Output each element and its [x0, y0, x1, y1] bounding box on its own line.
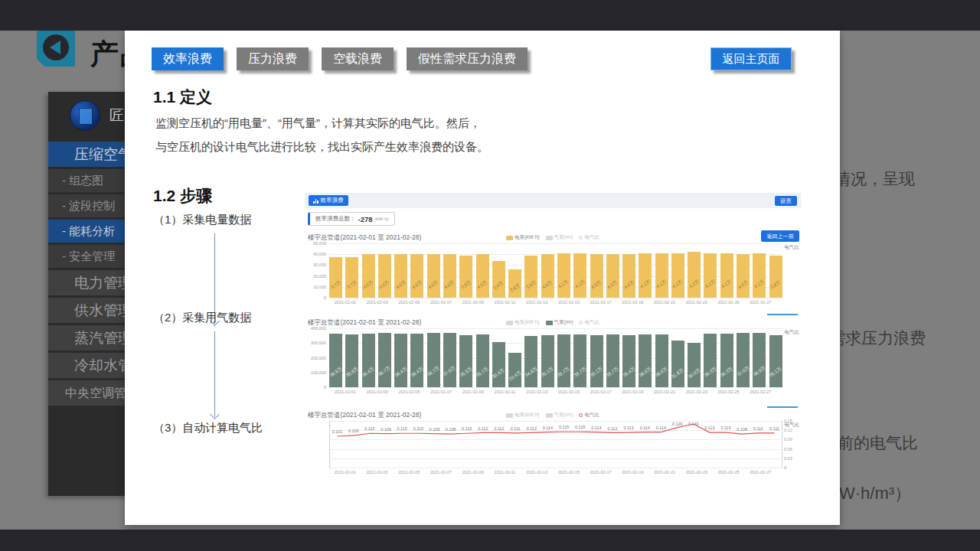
x-tick-label: 2021-02-15 [553, 390, 585, 394]
bar-value-label: 35.9万 [345, 366, 360, 380]
tab-item[interactable]: 假性需求压力浪费 [407, 47, 528, 70]
x-tick-label: 2021-02-05 [393, 300, 425, 305]
y-tick-label-right: 0.15 [784, 419, 799, 423]
point-value-label: 0.108 [446, 427, 456, 432]
sidebar-item[interactable]: - 波段控制 [48, 194, 136, 217]
bar-value-label: 4.1万 [655, 279, 668, 291]
point-value-label: 0.129 [672, 422, 683, 426]
sidebar-item[interactable]: 电力管理 [48, 270, 136, 295]
sidebar-logo-row: 匠 [48, 92, 136, 139]
software-screenshot: 效率浪费 设置 效率浪费总数： -278 (kW·h) 楼宇总管道(2021-0… [305, 193, 801, 493]
point-value-label: 0.111 [769, 426, 779, 431]
gridline [329, 468, 782, 468]
y-tick-label: 300,000 [305, 341, 326, 345]
bar-value-label: 23.4万 [508, 370, 523, 383]
point-value-label: 0.115 [559, 425, 569, 429]
x-tick-row: 2021-02-012021-02-032021-02-052021-02-07… [329, 470, 776, 474]
bar-value-label: 4.0万 [427, 279, 440, 291]
bar: 36.3万 [720, 334, 733, 387]
bar-value-label: 3.4万 [492, 280, 505, 292]
bar: 4.0万 [394, 254, 407, 298]
sidebar-item[interactable]: - 组态图 [48, 169, 136, 192]
x-tick-label: 2021-02-03 [361, 300, 394, 305]
bar: 3.7万 [345, 257, 358, 298]
legend-swatch [546, 236, 553, 240]
gridline [329, 387, 782, 388]
bar-value-label: 36.7万 [377, 365, 393, 379]
right-axis-label: 电气比 [785, 329, 800, 336]
sidebar-item[interactable]: - 能耗分析 [48, 220, 136, 243]
sidebar-item[interactable]: 中央空调管理 [48, 380, 136, 406]
legend-label: 电量(kW·h) [514, 412, 540, 419]
x-tick-label: 2021-02-21 [648, 470, 681, 474]
y-tick-label-right: 0.12 [784, 428, 799, 432]
point-value-label: 0.110 [413, 426, 423, 431]
return-home-button[interactable]: 返回主页面 [710, 47, 792, 70]
back-arrow-circle [43, 34, 69, 60]
bar: 37.0万 [737, 333, 750, 387]
point-value-label: 0.115 [575, 425, 585, 429]
bar-value-label: 34.8万 [524, 366, 539, 380]
sidebar-item[interactable]: 压缩空气站 [48, 142, 136, 167]
bar: 4.2万 [688, 252, 701, 298]
x-tick-row: 2021-02-012021-02-032021-02-052021-02-07… [329, 390, 776, 394]
chart-plot: 50,00040,00030,00020,00010,00003.7万3.7万4… [329, 243, 782, 298]
legend-label: 电量(kW·h) [514, 234, 540, 241]
legend-item: 电气比 [579, 234, 599, 241]
x-tick-label: 2021-02-17 [585, 300, 617, 305]
chart-electricity: 楼宇总管道(2021-02-01 至 2021-02-28)电量(kW·h)气量… [305, 233, 801, 305]
x-tick-label: 2021-02-15 [553, 470, 585, 474]
sidebar-item[interactable]: 冷却水管理 [48, 353, 136, 378]
steps-heading: 1.2 步骤 [153, 185, 212, 207]
definition-line-1: 监测空压机的“用电量”、“用气量”，计算其实际的电气比。然后， [155, 116, 481, 129]
point-value-label: 0.114 [656, 425, 666, 430]
tab-item[interactable]: 压力浪费 [237, 47, 309, 70]
bar-value-label: 4.0万 [362, 279, 375, 291]
collapsed-button-dash [767, 314, 798, 315]
x-tick-label: 2021-02-23 [681, 470, 713, 474]
bar-chart-icon [313, 198, 318, 204]
chart-title-row: 楼宇总管道(2021-02-01 至 2021-02-28)电量(kW·h)气量… [305, 411, 801, 421]
sidebar-item[interactable]: - 安全管理 [48, 245, 136, 268]
bar: 4.1万 [573, 253, 586, 298]
bar: 4.0万 [476, 254, 489, 298]
bar: 37.0万 [443, 333, 456, 387]
letterbox-top [0, 0, 980, 31]
bar: 4.0万 [622, 254, 635, 298]
tab-active[interactable]: 效率浪费 [152, 47, 224, 70]
x-tick-label: 2021-02-11 [489, 390, 521, 394]
legend-swatch [579, 236, 583, 240]
letterbox-bottom [0, 530, 980, 551]
point-value-label: 0.109 [381, 427, 391, 432]
back-arrow-icon[interactable] [37, 28, 75, 67]
x-tick-label: 2021-02-27 [744, 300, 776, 305]
bar: 4.0万 [378, 254, 391, 298]
bar-value-label: 36.4万 [361, 365, 376, 379]
bar: 35.1万 [590, 335, 603, 387]
gridline [329, 298, 782, 298]
bar: 36.3万 [704, 334, 717, 387]
x-tick-row: 2021-02-012021-02-032021-02-052021-02-07… [329, 300, 776, 305]
y-tick-label: 40,000 [305, 252, 326, 256]
bar: 4.1万 [655, 253, 668, 298]
bar-value-label: 35.7万 [557, 366, 572, 380]
bar: 4.1万 [671, 253, 684, 298]
bar-value-label: 4.0万 [443, 279, 456, 291]
bar: 3.9万 [459, 256, 472, 298]
point-value-label: 0.112 [494, 426, 504, 431]
y-tick-label-right: 0.06 [784, 447, 799, 452]
legend-item: 气量(m³) [546, 412, 573, 419]
x-tick-label: 2021-02-19 [616, 300, 648, 305]
sidebar-item[interactable]: 供水管理 [48, 298, 136, 323]
point-value-label: 0.140 [688, 422, 699, 426]
x-tick-label: 2021-02-17 [585, 390, 617, 394]
x-tick-label: 2021-02-19 [616, 390, 648, 394]
sidebar-item[interactable]: 蒸汽管理 [48, 325, 136, 350]
bar: 36.0万 [639, 334, 652, 387]
bar-value-label: 4.0万 [590, 279, 603, 291]
tab-item[interactable]: 空载浪费 [322, 47, 394, 70]
bar-value-label: 4.0万 [737, 279, 750, 291]
bar-value-label: 35.1万 [540, 366, 555, 380]
summary-value: -278 [358, 215, 373, 223]
chart-gas: 楼宇总管道(2021-02-01 至 2021-02-28)电量(kW·h)气量… [305, 318, 801, 394]
